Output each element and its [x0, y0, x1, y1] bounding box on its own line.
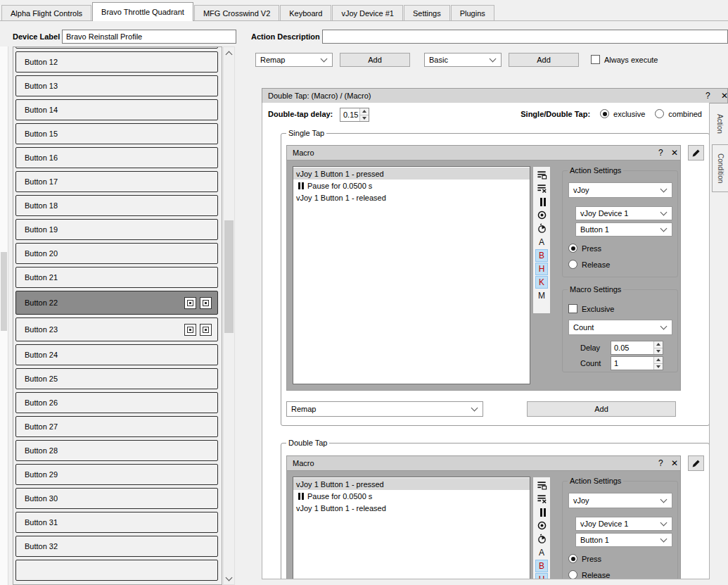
- input-button-18[interactable]: Button 18: [15, 195, 218, 216]
- insert-action-icon[interactable]: [535, 168, 549, 182]
- condition-type-dropdown[interactable]: Basic: [424, 53, 502, 67]
- action-type-dropdown[interactable]: vJoy: [568, 182, 672, 198]
- spin-arrows-icon[interactable]: [653, 341, 663, 354]
- help-icon[interactable]: ?: [658, 458, 663, 468]
- add-hat-button[interactable]: H: [535, 263, 548, 275]
- single-tap-add-button[interactable]: Add: [527, 401, 676, 417]
- radio-exclusive[interactable]: [600, 109, 609, 118]
- input-button-24[interactable]: Button 24: [15, 344, 218, 365]
- add-axis-button[interactable]: A: [535, 236, 548, 249]
- add-mouse-button[interactable]: M: [535, 289, 548, 302]
- press-option[interactable]: Press: [568, 554, 601, 563]
- mode-combined-option[interactable]: combined: [655, 109, 702, 118]
- input-button-partial-bottom[interactable]: [15, 560, 218, 581]
- add-action-button[interactable]: Add: [340, 53, 410, 67]
- input-button-28[interactable]: Button 28: [15, 440, 218, 461]
- add-key-button[interactable]: K: [535, 276, 548, 289]
- add-condition-button[interactable]: Add: [509, 53, 579, 67]
- action-description-input[interactable]: [322, 30, 728, 44]
- action-type-dropdown[interactable]: vJoy: [568, 493, 672, 508]
- tab-mfg-crosswind-v2[interactable]: MFG Crosswind V2: [194, 5, 279, 20]
- input-button-20[interactable]: Button 20: [15, 243, 218, 264]
- vertical-tab-action[interactable]: Action: [712, 106, 728, 142]
- input-button-32[interactable]: Button 32: [15, 536, 218, 557]
- timer-icon[interactable]: [535, 222, 549, 235]
- delete-action-icon[interactable]: [535, 182, 549, 195]
- vjoy-device-dropdown[interactable]: vJoy Device 1: [575, 517, 672, 531]
- tab-settings[interactable]: Settings: [404, 5, 450, 20]
- single-tap-action-dropdown[interactable]: Remap: [286, 401, 483, 417]
- macro-list-item[interactable]: vJoy 1 Button 1 - released: [293, 502, 530, 514]
- input-button-15[interactable]: Button 15: [15, 123, 218, 144]
- input-button-26[interactable]: Button 26: [15, 392, 218, 413]
- edit-condition-button[interactable]: [688, 145, 704, 161]
- double-tap-delay-spinbox[interactable]: 0.15: [340, 108, 369, 122]
- edit-condition-button[interactable]: [688, 455, 704, 471]
- radio-release[interactable]: [568, 570, 577, 579]
- repeat-mode-dropdown[interactable]: Count: [568, 320, 672, 335]
- exclusive-checkbox[interactable]: [568, 304, 577, 313]
- input-button-29[interactable]: Button 29: [15, 464, 218, 485]
- spin-arrows-icon[interactable]: [359, 108, 369, 121]
- add-pause-icon[interactable]: [535, 505, 549, 519]
- input-button-25[interactable]: Button 25: [15, 368, 218, 389]
- tab-vjoy-device-1[interactable]: vJoy Device #1: [332, 5, 403, 20]
- input-button-22[interactable]: Button 22: [15, 291, 218, 315]
- tab-bravo-throttle-quadrant[interactable]: Bravo Throttle Quadrant: [92, 2, 193, 21]
- release-option[interactable]: Release: [568, 260, 610, 269]
- release-option[interactable]: Release: [568, 570, 610, 579]
- input-button-13[interactable]: Button 13: [15, 75, 218, 96]
- device-label-input[interactable]: Bravo Reinstall Profile: [62, 30, 236, 44]
- add-button-button[interactable]: B: [535, 560, 548, 572]
- help-icon[interactable]: ?: [658, 148, 663, 158]
- macro-list-item[interactable]: vJoy 1 Button 1 - released: [293, 191, 530, 203]
- macro-action-list[interactable]: vJoy 1 Button 1 - pressed Pause for 0.05…: [293, 166, 530, 384]
- record-macro-icon[interactable]: [535, 519, 549, 532]
- radio-combined[interactable]: [655, 109, 664, 118]
- input-list-scrollbar[interactable]: [223, 46, 235, 585]
- help-icon[interactable]: ?: [705, 91, 710, 101]
- close-icon[interactable]: ✕: [721, 91, 728, 101]
- macro-list-item[interactable]: vJoy 1 Button 1 - pressed: [293, 478, 530, 490]
- input-button-27[interactable]: Button 27: [15, 416, 218, 437]
- always-execute-checkbox[interactable]: [591, 55, 600, 64]
- scroll-up-icon[interactable]: [224, 47, 234, 58]
- input-button-12[interactable]: Button 12: [15, 51, 218, 73]
- input-button-23[interactable]: Button 23: [15, 317, 218, 341]
- input-button-17[interactable]: Button 17: [15, 171, 218, 192]
- exclusive-option[interactable]: Exclusive: [568, 304, 614, 313]
- add-axis-button[interactable]: A: [535, 546, 548, 559]
- input-button-30[interactable]: Button 30: [15, 488, 218, 509]
- add-pause-icon[interactable]: [535, 195, 549, 208]
- macro-list-item[interactable]: Pause for 0.0500 s: [293, 180, 530, 191]
- close-icon[interactable]: ✕: [671, 458, 678, 468]
- mode-exclusive-option[interactable]: exclusive: [600, 109, 645, 118]
- page-scrollbar[interactable]: [0, 46, 8, 585]
- insert-action-icon[interactable]: [535, 479, 549, 492]
- input-button-partial-top[interactable]: [15, 46, 218, 49]
- action-type-dropdown[interactable]: Remap: [255, 53, 333, 67]
- delay-spinbox[interactable]: 0.05: [611, 341, 663, 355]
- delete-action-icon[interactable]: [535, 492, 549, 505]
- macro-list-item[interactable]: vJoy 1 Button 1 - pressed: [293, 168, 530, 180]
- tab-plugins[interactable]: Plugins: [451, 5, 494, 20]
- add-hat-button[interactable]: H: [535, 573, 548, 579]
- press-option[interactable]: Press: [568, 244, 601, 253]
- count-spinbox[interactable]: 1: [611, 356, 663, 370]
- add-button-button[interactable]: B: [535, 249, 548, 262]
- input-list-scrollbar-thumb[interactable]: [224, 220, 234, 333]
- input-button-16[interactable]: Button 16: [15, 147, 218, 168]
- close-icon[interactable]: ✕: [671, 148, 678, 158]
- radio-press[interactable]: [568, 554, 577, 563]
- vjoy-device-dropdown[interactable]: vJoy Device 1: [575, 206, 672, 220]
- spin-arrows-icon[interactable]: [653, 357, 663, 370]
- input-button-19[interactable]: Button 19: [15, 219, 218, 240]
- scroll-down-icon[interactable]: [224, 573, 234, 584]
- tab-alpha-flight-controls[interactable]: Alpha Flight Controls: [1, 5, 91, 20]
- input-button-21[interactable]: Button 21: [15, 267, 218, 288]
- input-button-14[interactable]: Button 14: [15, 99, 218, 120]
- vjoy-input-dropdown[interactable]: Button 1: [575, 222, 672, 237]
- input-button-31[interactable]: Button 31: [15, 512, 218, 533]
- macro-list-item[interactable]: Pause for 0.0500 s: [293, 490, 530, 502]
- vertical-tab-condition[interactable]: Condition: [712, 144, 728, 192]
